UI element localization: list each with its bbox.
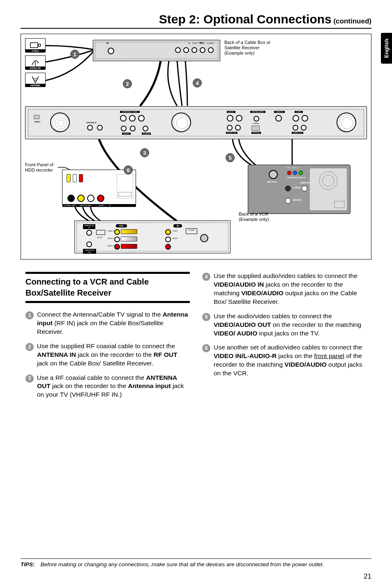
- vcr-back-panel: VHF/UHF RF IN AC IN~ VHF/UHF RF OUT OUT …: [74, 220, 231, 253]
- video-out-svideo-jack-icon: [302, 115, 308, 122]
- svg-line-3: [32, 76, 35, 83]
- cable-source-icon: CABLE: [25, 38, 46, 52]
- sat-svideo-label: S-VIDEO: [207, 42, 214, 44]
- recorder-back-panel: MAINS ~ ANTENNA IN COMPONENT VIDEO IN-EX…: [25, 106, 367, 139]
- svideo-in-jack-icon: [143, 126, 148, 131]
- fp-audio-r-label: R: [110, 204, 111, 207]
- recorder-front-panel: S-VIDEO CAM 2 VIDEO IN CAM 1 L — AUDIO —…: [62, 170, 136, 207]
- step-5-post: input jacks on the TV.: [257, 330, 320, 337]
- tips-footer: TIPS: Before making or changing any conn…: [21, 558, 371, 567]
- fp-drive-slot-icon: [117, 174, 133, 199]
- sat-svideo-jack-icon: [208, 47, 214, 53]
- step-5-b2: VIDEO/ AUDIO: [214, 330, 257, 337]
- satellite-receiver-back: IN OUT RF VIDEO AUDIO S-VIDEO: [93, 40, 220, 61]
- vcr-audio-l-out-jack-icon: [114, 237, 120, 242]
- front-panel-caption: Front Panel of HDD recorder: [25, 162, 62, 173]
- step-5-mid: on the recorder to the matching: [271, 321, 362, 328]
- page-number: 21: [364, 572, 371, 581]
- vcr-audio-l-out-label: AUDIO L: [108, 237, 114, 239]
- audio-l-jack-icon: [227, 115, 233, 122]
- tv-antenna-jack-icon: [269, 170, 278, 179]
- tv-component-jacks: [287, 171, 303, 175]
- step-2: 2 Use the supplied RF coaxial cable to c…: [25, 342, 190, 368]
- fan-vent-3-icon: [337, 113, 356, 132]
- section-title-wrap: Connecting to a VCR and Cable Box/Satell…: [25, 272, 190, 303]
- instruction-content: Connecting to a VCR and Cable Box/Satell…: [21, 272, 371, 405]
- svg-rect-18: [334, 201, 344, 208]
- svg-rect-0: [30, 43, 38, 48]
- comp-y-jack-icon: [120, 115, 127, 122]
- step-4: 4 Use the supplied audio/video cables to…: [202, 272, 367, 306]
- vcr-video-in-label: VIDEO: [173, 230, 178, 232]
- antenna-source-icon: ANTENNA: [25, 73, 46, 87]
- step-3-mid: jack on the recorder to the: [51, 382, 128, 389]
- antenna-in-label: ANTENNA IN: [86, 122, 97, 124]
- vcr-video-out-jack-icon: [114, 229, 120, 235]
- fp-svideo-jack-icon: [67, 195, 75, 202]
- tv-pr-label: Pr/Cr: [287, 167, 291, 169]
- vcr-audio-r-plug-icon: [121, 244, 137, 249]
- tv-video-in-jack-icon: [285, 198, 291, 204]
- front-panel-jacks: [67, 195, 104, 202]
- tv-audio-in-jack-icon: [302, 186, 307, 191]
- coaxial-label: COAXIAL: [252, 122, 259, 124]
- callout-1: 1: [70, 50, 79, 59]
- step-2-b2: RF OUT: [154, 351, 178, 358]
- svg-point-8: [55, 117, 67, 129]
- sat-video-out-jack-icon: [183, 47, 189, 53]
- svideo-back-label: S-VIDEO: [142, 133, 151, 135]
- step-1: 1 Connect the Antenna/Cable TV signal to…: [25, 310, 190, 336]
- vcr-audio-r-out-label: AUDIO R: [108, 245, 115, 247]
- video-out-label-back: VIDEO OUT: [292, 132, 303, 134]
- vcr-ac-in-jack-icon: [96, 230, 105, 235]
- comp-pr-jack-icon: [138, 115, 145, 122]
- in-ext-label: IN-EXT: [122, 133, 131, 135]
- fan-vent-icon: [50, 113, 70, 132]
- step-2-num: 2: [25, 343, 34, 351]
- vcr-svideo-label: S-VIDEO: [186, 228, 197, 234]
- comp-pb-jack-icon: [129, 115, 136, 122]
- step-3: 3 Use a RF coaxial cable to connect the …: [25, 374, 190, 400]
- fp-video-label: VIDEO IN CAM 1: [80, 204, 92, 207]
- video-in-label-back: VIDEO IN: [274, 111, 285, 113]
- step-3-text: Use a RF coaxial cable to connect the AN…: [37, 374, 190, 400]
- step-6-b1: VIDEO IN/L-AUDIO-R: [214, 352, 277, 359]
- digital-audio-label: DIGITAL AUDIO: [250, 111, 265, 113]
- video-out-y-jack-icon: [293, 115, 299, 122]
- svg-point-17: [323, 175, 334, 186]
- in-ext-l-jack-icon: [121, 126, 127, 131]
- vcr-svideo-jack-icon: [200, 234, 208, 242]
- vcr-video-out-plug-icon: [121, 229, 137, 234]
- step-1-num: 1: [25, 311, 34, 319]
- sat-rf-out-jack-icon: [175, 47, 181, 53]
- tv-speaker-panel: [310, 168, 347, 210]
- step-4-num: 4: [202, 273, 210, 281]
- tv-pb-label: Pb/Cb: [292, 167, 297, 169]
- optical-jack-icon: [251, 126, 260, 131]
- vcr-rf-in-label: VHF/UHF RF IN: [83, 224, 95, 229]
- tv-comp-label: COMPONENT VIDEO IN: [287, 177, 305, 179]
- connection-diagram: CABLE SATELLITE ANTENNA IN OUT RF VIDEO …: [21, 34, 371, 260]
- tv-video-in-label: VIDEO IN: [293, 199, 302, 201]
- svg-point-13: [341, 117, 353, 129]
- vcr-audio-r-in-jack-icon: [165, 244, 171, 250]
- step-4-pre: Use the supplied audio/video cables to c…: [214, 272, 357, 279]
- fan-vent-2-icon: [171, 113, 191, 132]
- antenna-label: ANTENNA: [25, 84, 45, 87]
- rca-white-plug-icon: [73, 174, 77, 182]
- satellite-source-icon: SATELLITE: [25, 55, 46, 69]
- vcr-video-in-jack-icon: [165, 229, 171, 235]
- video-label-back: VIDEO: [295, 111, 303, 113]
- tv-svideo-jack-icon: [285, 186, 291, 191]
- fp-audio-l-jack-icon: [87, 195, 95, 202]
- svg-point-16: [319, 172, 337, 190]
- svg-rect-14: [117, 174, 133, 199]
- antenna-out-jack-icon: [97, 125, 103, 131]
- step-5-num: 5: [202, 313, 210, 321]
- tv-audio-in-label: AUDIO IN: [300, 181, 309, 184]
- step-4-text: Use the supplied audio/video cables to c…: [214, 272, 367, 306]
- vcr-audio-in-label: AUDIO: [173, 237, 178, 239]
- vcr-ac-in-label: AC IN~: [97, 237, 103, 239]
- step-6-num: 6: [202, 344, 210, 352]
- step-3-num: 3: [25, 374, 34, 383]
